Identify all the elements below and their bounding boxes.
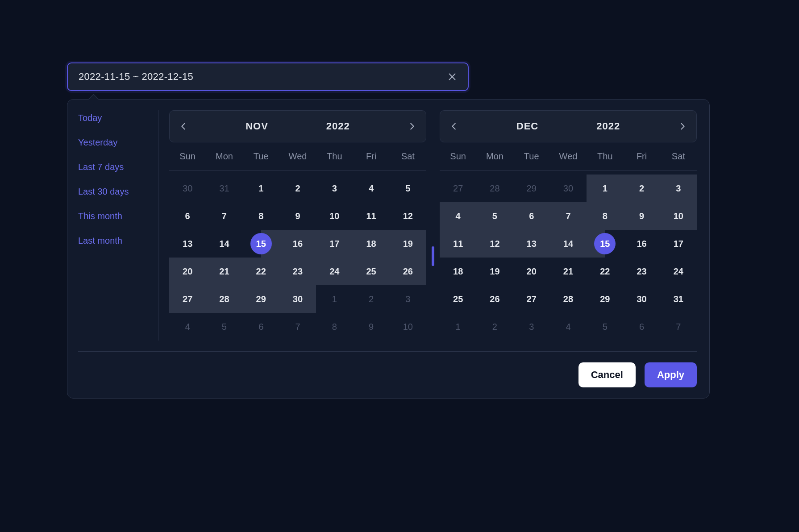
calendar-day[interactable]: 9 <box>353 313 389 341</box>
clear-icon[interactable] <box>447 72 457 82</box>
calendar-day[interactable]: 22 <box>587 258 623 285</box>
calendar-day[interactable]: 17 <box>660 230 697 258</box>
preset-yesterday[interactable]: Yesterday <box>78 137 158 148</box>
month-select-left[interactable]: NOV <box>246 121 268 132</box>
calendar-day[interactable]: 1 <box>440 313 476 341</box>
calendar-day[interactable]: 21 <box>550 258 587 285</box>
calendar-day[interactable]: 3 <box>660 175 697 202</box>
calendar-day[interactable]: 18 <box>440 258 476 285</box>
calendar-day[interactable]: 2 <box>279 175 316 202</box>
calendar-day[interactable]: 30 <box>550 175 587 202</box>
calendar-day[interactable]: 2 <box>353 285 389 313</box>
calendar-day[interactable]: 13 <box>169 230 206 258</box>
calendar-day[interactable]: 10 <box>316 202 353 230</box>
calendar-day[interactable]: 27 <box>169 285 206 313</box>
calendar-day[interactable]: 28 <box>206 285 242 313</box>
calendar-day[interactable]: 25 <box>440 285 476 313</box>
calendar-day[interactable]: 28 <box>476 175 513 202</box>
calendar-day[interactable]: 20 <box>513 258 550 285</box>
calendar-day[interactable]: 20 <box>169 258 206 285</box>
calendar-day[interactable]: 8 <box>243 202 279 230</box>
cancel-button[interactable]: Cancel <box>578 362 636 387</box>
calendar-day[interactable]: 30 <box>169 175 206 202</box>
calendar-day[interactable]: 2 <box>623 175 660 202</box>
range-divider-handle[interactable] <box>432 246 434 266</box>
calendar-day[interactable]: 10 <box>660 202 697 230</box>
calendar-day[interactable]: 12 <box>476 230 513 258</box>
year-select-left[interactable]: 2022 <box>326 121 350 132</box>
calendar-day[interactable]: 7 <box>550 202 587 230</box>
calendar-day[interactable]: 31 <box>206 175 242 202</box>
calendar-day[interactable]: 18 <box>353 230 389 258</box>
preset-last-7-days[interactable]: Last 7 days <box>78 162 158 172</box>
calendar-day[interactable]: 21 <box>206 258 242 285</box>
calendar-day[interactable]: 24 <box>660 258 697 285</box>
calendar-day[interactable]: 9 <box>623 202 660 230</box>
calendar-day[interactable]: 7 <box>206 202 242 230</box>
calendar-day[interactable]: 31 <box>660 285 697 313</box>
preset-today[interactable]: Today <box>78 113 158 123</box>
calendar-day[interactable]: 2 <box>476 313 513 341</box>
month-select-right[interactable]: DEC <box>516 121 538 132</box>
calendar-day[interactable]: 29 <box>513 175 550 202</box>
calendar-day[interactable]: 15 <box>243 230 279 258</box>
apply-button[interactable]: Apply <box>645 362 697 387</box>
calendar-day[interactable]: 5 <box>476 202 513 230</box>
calendar-day[interactable]: 19 <box>390 230 426 258</box>
calendar-day[interactable]: 23 <box>279 258 316 285</box>
calendar-day[interactable]: 1 <box>243 175 279 202</box>
calendar-day[interactable]: 15 <box>587 230 623 258</box>
calendar-day[interactable]: 7 <box>660 313 697 341</box>
calendar-day[interactable]: 5 <box>206 313 242 341</box>
calendar-day[interactable]: 7 <box>279 313 316 341</box>
prev-month-icon[interactable] <box>449 121 459 131</box>
calendar-day[interactable]: 14 <box>550 230 587 258</box>
preset-last-30-days[interactable]: Last 30 days <box>78 187 158 197</box>
calendar-day[interactable]: 4 <box>353 175 389 202</box>
calendar-day[interactable]: 17 <box>316 230 353 258</box>
calendar-day[interactable]: 13 <box>513 230 550 258</box>
date-range-input[interactable]: 2022-11-15 ~ 2022-12-15 <box>67 62 469 91</box>
calendar-day[interactable]: 22 <box>243 258 279 285</box>
calendar-day[interactable]: 3 <box>513 313 550 341</box>
calendar-day[interactable]: 8 <box>316 313 353 341</box>
prev-month-icon[interactable] <box>179 121 188 131</box>
calendar-day[interactable]: 1 <box>587 175 623 202</box>
calendar-day[interactable]: 16 <box>279 230 316 258</box>
calendar-day[interactable]: 5 <box>390 175 426 202</box>
calendar-day[interactable]: 5 <box>587 313 623 341</box>
calendar-day[interactable]: 19 <box>476 258 513 285</box>
calendar-day[interactable]: 23 <box>623 258 660 285</box>
preset-this-month[interactable]: This month <box>78 211 158 221</box>
calendar-day[interactable]: 4 <box>550 313 587 341</box>
calendar-day[interactable]: 25 <box>353 258 389 285</box>
calendar-day[interactable]: 6 <box>513 202 550 230</box>
calendar-day[interactable]: 6 <box>623 313 660 341</box>
calendar-day[interactable]: 4 <box>169 313 206 341</box>
calendar-day[interactable]: 24 <box>316 258 353 285</box>
calendar-day[interactable]: 9 <box>279 202 316 230</box>
next-month-icon[interactable] <box>407 121 417 131</box>
calendar-day[interactable]: 28 <box>550 285 587 313</box>
calendar-day[interactable]: 16 <box>623 230 660 258</box>
calendar-day[interactable]: 3 <box>390 285 426 313</box>
calendar-day[interactable]: 10 <box>390 313 426 341</box>
calendar-day[interactable]: 3 <box>316 175 353 202</box>
calendar-day[interactable]: 1 <box>316 285 353 313</box>
calendar-day[interactable]: 4 <box>440 202 476 230</box>
calendar-day[interactable]: 6 <box>169 202 206 230</box>
calendar-day[interactable]: 30 <box>623 285 660 313</box>
next-month-icon[interactable] <box>678 121 687 131</box>
calendar-day[interactable]: 14 <box>206 230 242 258</box>
calendar-day[interactable]: 8 <box>587 202 623 230</box>
calendar-day[interactable]: 27 <box>440 175 476 202</box>
calendar-day[interactable]: 6 <box>243 313 279 341</box>
preset-last-month[interactable]: Last month <box>78 236 158 246</box>
calendar-day[interactable]: 11 <box>353 202 389 230</box>
calendar-day[interactable]: 26 <box>390 258 426 285</box>
calendar-day[interactable]: 29 <box>587 285 623 313</box>
calendar-day[interactable]: 30 <box>279 285 316 313</box>
calendar-day[interactable]: 11 <box>440 230 476 258</box>
year-select-right[interactable]: 2022 <box>596 121 620 132</box>
calendar-day[interactable]: 12 <box>390 202 426 230</box>
